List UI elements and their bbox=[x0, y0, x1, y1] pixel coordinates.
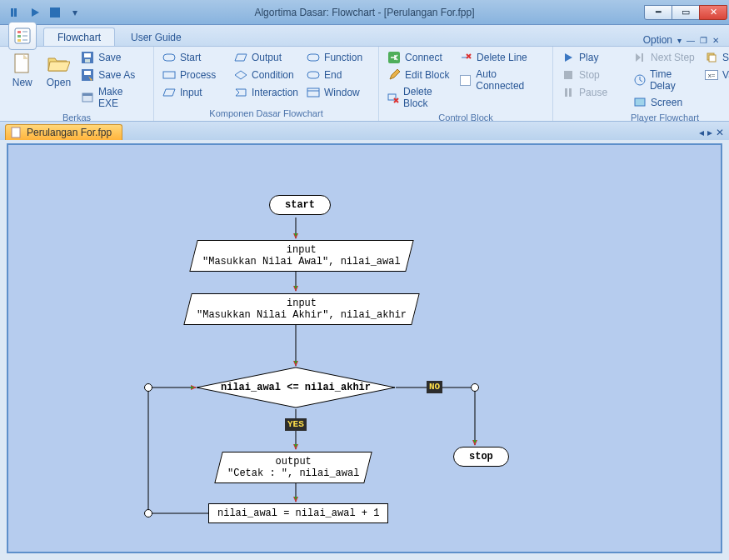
stack-icon bbox=[705, 51, 718, 64]
pause-button[interactable]: Pause bbox=[558, 84, 628, 101]
file-icon bbox=[11, 127, 22, 138]
interaction-shape-button[interactable]: Interaction bbox=[231, 84, 302, 101]
svg-rect-6 bbox=[17, 35, 21, 38]
qat-stop-icon[interactable] bbox=[47, 4, 63, 21]
option-menu[interactable]: Option bbox=[643, 34, 672, 46]
mdi-minimize-icon[interactable]: — bbox=[687, 36, 695, 45]
svg-rect-15 bbox=[85, 59, 90, 62]
svg-rect-0 bbox=[11, 8, 13, 17]
svg-rect-37 bbox=[569, 88, 572, 97]
connect-button[interactable]: Connect bbox=[384, 49, 454, 66]
ribbon: New Open Save Save As Make EXE Berkas St… bbox=[0, 47, 729, 122]
ribbon-group-player: Play Stop Pause Next Step Time Delay Scr… bbox=[553, 47, 729, 121]
svg-rect-46 bbox=[12, 128, 20, 138]
option-dropdown-icon[interactable]: ▾ bbox=[677, 36, 682, 45]
play-icon bbox=[562, 51, 575, 64]
window-minimize-button[interactable]: ━ bbox=[644, 5, 672, 20]
make-exe-icon bbox=[81, 91, 94, 104]
time-delay-button[interactable]: Time Delay bbox=[630, 67, 700, 93]
window-shape-button[interactable]: Window bbox=[303, 84, 373, 101]
qat-play-icon[interactable] bbox=[27, 4, 43, 21]
open-folder-icon bbox=[47, 52, 70, 75]
delete-line-button[interactable]: Delete Line bbox=[456, 49, 547, 66]
process-icon bbox=[162, 68, 176, 82]
svg-rect-3 bbox=[50, 8, 60, 18]
next-step-icon bbox=[633, 51, 647, 64]
svg-rect-7 bbox=[17, 39, 21, 42]
svg-marker-25 bbox=[236, 89, 246, 96]
new-file-icon bbox=[11, 52, 34, 75]
end-icon bbox=[307, 68, 320, 82]
svg-rect-21 bbox=[163, 72, 175, 78]
window-maximize-button[interactable]: ▭ bbox=[672, 5, 700, 20]
document-tab[interactable]: Perulangan For.fpp bbox=[5, 124, 122, 140]
mdi-close-icon[interactable]: ✕ bbox=[712, 36, 719, 45]
svg-rect-5 bbox=[17, 31, 21, 33]
function-shape-button[interactable]: Function bbox=[303, 49, 373, 66]
ribbon-tab-row: Flowchart User Guide Option ▾ — ❐ ✕ bbox=[0, 25, 729, 47]
edit-block-button[interactable]: Edit Block bbox=[384, 67, 454, 83]
interaction-icon bbox=[234, 86, 247, 99]
svg-rect-36 bbox=[565, 88, 567, 97]
svg-rect-14 bbox=[84, 53, 91, 58]
checkbox-icon bbox=[459, 73, 472, 87]
open-button[interactable]: Open bbox=[42, 49, 77, 111]
app-menu-button[interactable] bbox=[8, 22, 37, 50]
ribbon-group-label: Berkas bbox=[5, 111, 148, 124]
save-as-icon bbox=[81, 68, 94, 82]
play-button[interactable]: Play bbox=[558, 49, 628, 66]
qat-dropdown-icon[interactable]: ▾ bbox=[67, 4, 83, 21]
delete-block-button[interactable]: Delete Block bbox=[384, 84, 454, 111]
variable-icon: x= bbox=[705, 68, 718, 82]
end-shape-button[interactable]: End bbox=[303, 67, 373, 83]
svg-rect-8 bbox=[22, 31, 27, 32]
svg-rect-35 bbox=[564, 71, 572, 79]
input-icon bbox=[162, 86, 176, 99]
window-close-button[interactable]: ✕ bbox=[699, 5, 727, 20]
stack-button[interactable]: Stack bbox=[702, 49, 729, 66]
svg-rect-11 bbox=[15, 54, 28, 72]
svg-rect-39 bbox=[642, 53, 643, 62]
variable-button[interactable]: x=Variable bbox=[702, 67, 729, 83]
pause-icon bbox=[562, 86, 575, 99]
start-shape-button[interactable]: Start bbox=[159, 49, 229, 66]
scroll-left-icon[interactable]: ◂ bbox=[699, 127, 704, 138]
mdi-restore-icon[interactable]: ❐ bbox=[700, 36, 707, 45]
svg-rect-26 bbox=[307, 54, 319, 61]
qat-run-icon[interactable] bbox=[7, 4, 23, 21]
process-shape-button[interactable]: Process bbox=[159, 67, 229, 83]
output-shape-button[interactable]: Output bbox=[231, 49, 302, 66]
connect-icon bbox=[387, 51, 401, 64]
document-tab-label: Perulangan For.fpp bbox=[27, 127, 112, 138]
tab-user-guide[interactable]: User Guide bbox=[117, 28, 196, 46]
make-exe-button[interactable]: Make EXE bbox=[77, 84, 148, 111]
svg-marker-38 bbox=[636, 53, 641, 62]
svg-rect-10 bbox=[22, 39, 27, 41]
screen-icon bbox=[633, 96, 647, 109]
svg-marker-23 bbox=[235, 54, 247, 61]
svg-rect-28 bbox=[307, 88, 319, 97]
auto-connected-button[interactable]: Auto Connected bbox=[456, 67, 547, 93]
svg-rect-33 bbox=[461, 75, 471, 85]
condition-icon bbox=[234, 68, 247, 82]
delete-line-icon bbox=[459, 51, 472, 64]
tab-flowchart[interactable]: Flowchart bbox=[43, 28, 115, 46]
document-tab-strip: Perulangan For.fpp ◂ ▸ ✕ bbox=[0, 122, 729, 140]
clock-icon bbox=[633, 73, 646, 87]
save-button[interactable]: Save bbox=[77, 49, 148, 66]
screen-button[interactable]: Screen bbox=[630, 94, 700, 111]
window-titlebar: ▾ Algortima Dasar: Flowchart - [Perulang… bbox=[0, 0, 729, 25]
svg-text:x=: x= bbox=[708, 72, 716, 79]
scroll-right-icon[interactable]: ▸ bbox=[707, 127, 712, 138]
stop-button[interactable]: Stop bbox=[558, 67, 628, 83]
svg-rect-43 bbox=[709, 55, 716, 62]
next-step-button[interactable]: Next Step bbox=[630, 49, 700, 66]
svg-rect-20 bbox=[163, 54, 175, 61]
delete-block-icon bbox=[387, 91, 399, 104]
condition-shape-button[interactable]: Condition bbox=[231, 67, 302, 83]
svg-rect-19 bbox=[82, 93, 92, 96]
input-shape-button[interactable]: Input bbox=[159, 84, 229, 101]
save-as-button[interactable]: Save As bbox=[77, 67, 148, 83]
tabs-close-icon[interactable]: ✕ bbox=[716, 127, 724, 138]
new-button[interactable]: New bbox=[5, 49, 40, 111]
